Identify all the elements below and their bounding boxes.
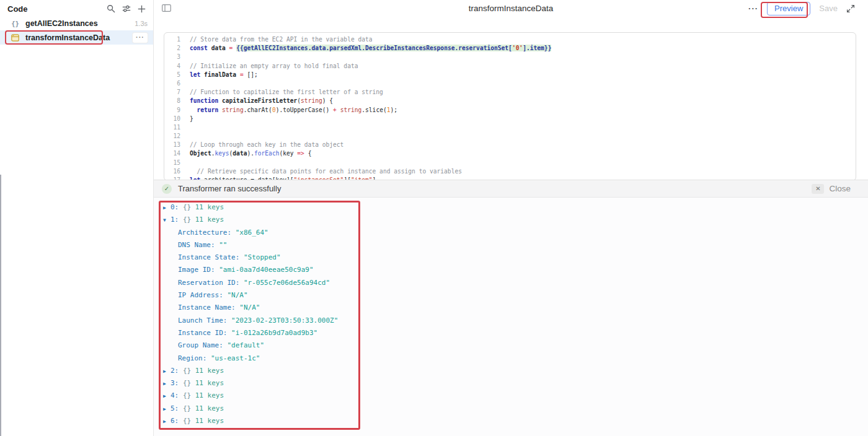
code-text xyxy=(180,53,190,61)
tree-index: 1: xyxy=(170,216,179,224)
filter-sliders-icon[interactable] xyxy=(122,4,131,13)
chevron-right-icon[interactable]: ▶ xyxy=(163,390,170,403)
panel-toggle-icon[interactable] xyxy=(162,4,171,12)
code-line[interactable]: 10} xyxy=(164,115,856,123)
chevron-right-icon[interactable]: ▶ xyxy=(163,365,170,378)
tree-value: "default" xyxy=(227,341,264,349)
code-line[interactable]: 11 xyxy=(164,123,856,132)
code-line[interactable]: 8function capitalizeFirstLetter(string) … xyxy=(164,97,856,105)
close-x-icon[interactable]: ✕ xyxy=(812,184,824,194)
code-line[interactable]: 15 xyxy=(164,159,856,167)
chevron-down-icon[interactable]: ▼ xyxy=(163,214,170,227)
tree-index: 6: xyxy=(170,417,179,425)
tree-braces: {} xyxy=(183,391,191,399)
code-text xyxy=(180,79,190,88)
line-number: 3 xyxy=(164,53,180,61)
tree-value: "" xyxy=(219,241,227,249)
tree-braces: {} xyxy=(183,417,191,425)
status-message: Transformer ran successfully xyxy=(178,184,281,193)
line-number: 12 xyxy=(164,132,180,141)
line-number: 14 xyxy=(164,149,180,158)
tree-index: 4: xyxy=(170,391,179,399)
tree-key: Launch Time: xyxy=(178,316,227,325)
code-line[interactable]: 4// Initialize an empty array to hold fi… xyxy=(164,62,856,71)
preview-button[interactable]: Preview xyxy=(767,2,810,15)
tree-row-object[interactable]: ▶0: {} 11 keys xyxy=(163,201,868,214)
line-number: 5 xyxy=(164,71,180,79)
tree-row-object[interactable]: ▼1: {} 11 keys xyxy=(163,214,868,226)
tree-key: Image ID: xyxy=(178,266,215,274)
tree-row-key-value: Group Name: "default" xyxy=(163,339,868,352)
tree-braces: {} xyxy=(183,216,191,224)
code-line[interactable]: 13// Loop through each key in the data o… xyxy=(164,141,856,149)
save-button[interactable]: Save xyxy=(819,4,838,13)
tree-value: "2023-02-23T03:50:33.000Z" xyxy=(231,316,338,325)
chevron-right-icon[interactable]: ▶ xyxy=(163,202,170,214)
code-line[interactable]: 3 xyxy=(164,53,856,61)
add-icon[interactable] xyxy=(138,5,146,13)
tree-row-object[interactable]: ▶3: {} 11 keys xyxy=(163,377,868,390)
tree-braces: {} xyxy=(183,367,191,375)
code-line[interactable]: 5let finalData = []; xyxy=(164,71,856,79)
tree-row-object[interactable]: ▶4: {} 11 keys xyxy=(163,390,868,402)
left-edge-scrollbar[interactable] xyxy=(0,175,1,436)
line-number: 4 xyxy=(164,62,180,71)
tree-key: IP Address: xyxy=(178,291,223,299)
editor-topbar: transformInstanceData ··· Preview Save xyxy=(154,0,868,17)
code-line[interactable]: 14Object.keys(data).forEach(key => { xyxy=(164,149,856,158)
item-menu-button[interactable]: ··· xyxy=(133,33,148,43)
code-text: // Store data from the EC2 API in the va… xyxy=(180,35,373,44)
sidebar-header: Code xyxy=(0,0,153,16)
sidebar-item-label: transformInstanceData xyxy=(25,33,110,42)
code-text xyxy=(180,132,190,141)
code-line[interactable]: 1// Store data from the EC2 API in the v… xyxy=(164,35,856,44)
chevron-right-icon[interactable]: ▶ xyxy=(163,378,170,390)
tree-key: Group Name: xyxy=(178,341,223,349)
code-line[interactable]: 2const data = {{getAllEC2Instances.data.… xyxy=(164,44,856,53)
query-title: transformInstanceData xyxy=(469,4,554,13)
close-label: Close xyxy=(829,184,851,193)
tree-row-key-value: Image ID: "ami-0aa7d40eeae50c9a9" xyxy=(163,264,868,276)
line-number: 11 xyxy=(164,123,180,132)
code-line[interactable]: 6 xyxy=(164,79,856,88)
line-number: 9 xyxy=(164,106,180,115)
tree-index: 0: xyxy=(170,203,179,211)
more-options-button[interactable]: ··· xyxy=(748,4,758,13)
tree-value: "i-012a26b9d7a0ad9b3" xyxy=(231,329,317,337)
code-editor[interactable]: 1// Store data from the EC2 API in the v… xyxy=(164,32,856,181)
code-line[interactable]: 9 return string.charAt(0).toUpperCase() … xyxy=(164,106,856,115)
sidebar-item-list: {}getAllEC2Instances1.3stransformInstanc… xyxy=(0,16,153,45)
tree-value: "us-east-1c" xyxy=(211,354,260,362)
tree-row-key-value: IP Address: "N/A" xyxy=(163,289,868,302)
code-text: } xyxy=(180,115,193,123)
line-number: 16 xyxy=(164,167,180,176)
tree-value: "Stopped" xyxy=(244,253,281,261)
search-icon[interactable] xyxy=(107,4,115,13)
tree-key: Reservation ID: xyxy=(178,279,239,287)
code-line[interactable]: 12 xyxy=(164,132,856,141)
code-text: let finalData = []; xyxy=(180,71,258,79)
tree-row-key-value: DNS Name: "" xyxy=(163,239,868,251)
sidebar-item-getAllEC2Instances[interactable]: {}getAllEC2Instances1.3s xyxy=(0,16,153,30)
tree-key: Instance Name: xyxy=(178,303,236,312)
tree-value: "N/A" xyxy=(227,291,247,299)
code-line[interactable]: 16 // Retrieve specific data points for … xyxy=(164,167,856,176)
close-button[interactable]: ✕ Close xyxy=(812,184,851,194)
code-line[interactable]: 7// Function to capitalize the first let… xyxy=(164,88,856,97)
tree-row-key-value: Instance Name: "N/A" xyxy=(163,302,868,314)
tree-key-count: 11 keys xyxy=(195,367,224,375)
tree-index: 5: xyxy=(170,404,179,412)
tree-row-object[interactable]: ▶6: {} 11 keys xyxy=(163,415,868,427)
code-text: const data = {{getAllEC2Instances.data.p… xyxy=(180,44,551,53)
sidebar-item-label: getAllEC2Instances xyxy=(25,19,98,28)
code-text: // Initialize an empty array to hold fin… xyxy=(180,62,358,71)
success-check-icon: ✓ xyxy=(162,184,172,194)
sidebar-item-transformInstanceData[interactable]: transformInstanceData··· xyxy=(0,30,153,45)
chevron-right-icon[interactable]: ▶ xyxy=(163,416,170,428)
chevron-right-icon[interactable]: ▶ xyxy=(163,403,170,416)
tree-row-object[interactable]: ▶2: {} 11 keys xyxy=(163,365,868,377)
tree-key-count: 11 keys xyxy=(195,216,224,224)
tree-row-object[interactable]: ▶5: {} 11 keys xyxy=(163,403,868,415)
line-number: 10 xyxy=(164,115,180,123)
expand-icon[interactable] xyxy=(846,4,855,13)
